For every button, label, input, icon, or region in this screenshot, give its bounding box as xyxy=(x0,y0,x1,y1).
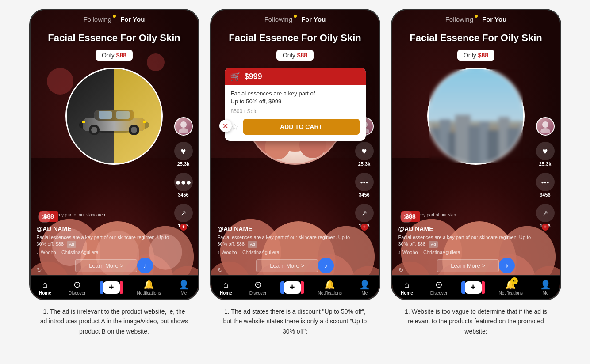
right-sidebar-3: + ♥ 25.3k ●●● 3456 ↗ 1256 xyxy=(536,117,555,228)
learn-more-btn-2[interactable]: Learn More > xyxy=(256,259,318,272)
follow-plus-2[interactable]: + xyxy=(361,224,368,231)
add-to-cart-btn-2[interactable]: ADD TO CART xyxy=(243,119,360,135)
nav-foryou-3[interactable]: For You xyxy=(482,15,506,23)
nav-add-1[interactable]: + xyxy=(103,281,120,294)
nav-following-3[interactable]: Following xyxy=(445,15,473,23)
nav-foryou-1[interactable]: For You xyxy=(120,15,145,23)
nav-discover-3[interactable]: ⊙ Discover xyxy=(430,279,448,296)
nav-dot-1 xyxy=(113,15,116,18)
nav-me-3[interactable]: 👤 Me xyxy=(540,279,551,296)
phone-3: Following For You Facial Essence For Oil… xyxy=(391,9,561,300)
svg-point-23 xyxy=(180,121,187,128)
product-popup-2[interactable]: 🛒 $999 Facial essences are a key part of… xyxy=(225,68,366,141)
follow-plus-1[interactable]: + xyxy=(180,224,187,231)
discover-icon-3: ⊙ xyxy=(435,279,443,290)
nav-home-2[interactable]: ⌂ Home xyxy=(220,280,232,296)
product-title-2: Facial Essence For Oily Skin xyxy=(211,32,379,44)
star-icon-2[interactable]: ☆ xyxy=(231,121,239,132)
music-info-1: ♪ Wooho – ChristinaAguilera xyxy=(37,250,172,255)
user-info-2: @AD NAME Facial essences are a key part … xyxy=(218,225,352,255)
me-icon-1: 👤 xyxy=(178,279,189,290)
nav-notifications-2[interactable]: 🔔 Notifications xyxy=(318,279,342,296)
add-btn-3[interactable]: + xyxy=(465,281,482,294)
nav-me-1[interactable]: 👤 Me xyxy=(178,279,189,296)
phones-row: Following For You Facial Essence For Oil… xyxy=(29,9,561,336)
user-desc-2: Facial essences are a key part of our sk… xyxy=(218,234,352,248)
likes-wrap-2: ♥ 25.3k xyxy=(355,142,374,167)
svg-rect-6 xyxy=(116,111,130,119)
nav-discover-1[interactable]: ⊙ Discover xyxy=(69,279,86,296)
ad-badge-1: Ad xyxy=(67,241,76,248)
phone-2-wrapper: Following For You Facial Essence For Oil… xyxy=(210,9,380,336)
share-icon-2[interactable]: ↗ xyxy=(355,204,374,222)
phone-2: Following For You Facial Essence For Oil… xyxy=(210,9,380,300)
caption-1: 1. The ad is irrelevant to the product w… xyxy=(34,307,194,336)
nav-home-3[interactable]: ⌂ Home xyxy=(401,280,413,296)
music-note-icon-1: ♪ xyxy=(37,250,39,255)
likes-wrap-3: ♥ 25.3k xyxy=(536,142,555,167)
price-badge-2: Only $88 xyxy=(276,50,314,61)
close-btn-1[interactable]: ✕ xyxy=(38,211,51,223)
avatar-1[interactable] xyxy=(174,117,193,136)
nav-notifications-3[interactable]: 🔔 9 Notifications xyxy=(499,279,523,296)
music-note-icon-3: ♪ xyxy=(398,250,401,255)
nav-discover-2[interactable]: ⊙ Discover xyxy=(249,279,267,296)
heart-icon-3[interactable]: ♥ xyxy=(536,142,555,160)
comments-wrap-2: ●●● 3456 xyxy=(355,173,374,197)
notifications-icon-1: 🔔 xyxy=(143,279,154,290)
nav-dot-3 xyxy=(475,15,478,18)
main-image-circle-3 xyxy=(427,68,525,165)
likes-count-2: 25.3k xyxy=(358,161,371,167)
nav-foryou-2[interactable]: For You xyxy=(301,15,326,23)
home-icon-1: ⌂ xyxy=(42,280,48,290)
avatar-3[interactable] xyxy=(536,117,555,136)
add-btn-2[interactable]: + xyxy=(284,281,301,294)
svg-rect-5 xyxy=(99,111,112,119)
svg-point-48 xyxy=(542,121,548,128)
add-btn-1[interactable]: + xyxy=(103,281,120,294)
user-info-1: @AD NAME Facial essences are a key part … xyxy=(37,225,172,255)
comment-icon-1[interactable]: ●●● xyxy=(174,173,193,191)
share-icon-1[interactable]: ↗ xyxy=(174,204,193,222)
video-area-1: Facial Essence For Oily Skin Only $88 xyxy=(31,10,198,299)
video-area-2: Facial Essence For Oily Skin Only $88 xyxy=(211,10,379,299)
music-info-2: ♪ Wooho – ChristinaAguilera xyxy=(218,250,352,255)
tiktok-logo-2: ♪ xyxy=(318,258,334,273)
comments-count-2: 3456 xyxy=(359,192,369,197)
username-2: @AD NAME xyxy=(218,225,352,232)
learn-more-btn-1[interactable]: Learn More > xyxy=(75,259,137,272)
tiktok-logo-3: ♪ xyxy=(499,258,515,273)
product-title-3: Facial Essence For Oily Skin xyxy=(392,32,560,44)
comment-icon-2[interactable]: ●●● xyxy=(355,173,374,191)
heart-icon-2[interactable]: ♥ xyxy=(355,142,374,160)
tiktok-logo-1: ♪ xyxy=(137,258,153,273)
nav-add-3[interactable]: + xyxy=(465,281,482,294)
top-nav-2: Following For You xyxy=(211,10,379,26)
username-1: @AD NAME xyxy=(37,225,172,232)
nav-following-1[interactable]: Following xyxy=(84,15,111,23)
username-3: @AD NAME xyxy=(398,225,533,232)
desc-overlay-1: key part of our skincare r... xyxy=(57,212,109,217)
nav-notifications-1[interactable]: 🔔 Notifications xyxy=(137,279,161,296)
nav-add-2[interactable]: + xyxy=(284,281,301,294)
notifications-icon-2: 🔔 xyxy=(324,279,335,290)
product-title-1: Facial Essence For Oily Skin xyxy=(31,32,198,44)
close-btn-3[interactable]: ✕ xyxy=(400,211,413,223)
cart-icon-2: 🛒 xyxy=(230,71,241,82)
nav-home-1[interactable]: ⌂ Home xyxy=(39,280,51,296)
rotate-icon-3: ↻ xyxy=(398,266,404,273)
heart-icon-1[interactable]: ♥ xyxy=(174,142,193,160)
share-icon-3[interactable]: ↗ xyxy=(536,204,555,222)
learn-more-btn-3[interactable]: Learn More > xyxy=(437,259,499,272)
rotate-icon-1: ↻ xyxy=(37,266,42,273)
follow-plus-3[interactable]: + xyxy=(542,224,549,231)
nav-following-2[interactable]: Following xyxy=(264,15,292,23)
comment-icon-3[interactable]: ●●● xyxy=(536,173,555,191)
price-badge-3: Only $88 xyxy=(457,50,494,61)
bottom-nav-2: ⌂ Home ⊙ Discover + 🔔 Notifications 👤 Me xyxy=(211,275,379,299)
nav-me-2[interactable]: 👤 Me xyxy=(359,279,370,296)
music-info-3: ♪ Wooho – ChristinaAguilera xyxy=(398,250,533,255)
popup-desc-2: Facial essences are a key part of Up to … xyxy=(231,90,360,106)
user-desc-3: Facial essences are a key part of our sk… xyxy=(398,234,533,248)
popup-close-2[interactable]: ✕ xyxy=(219,120,232,132)
